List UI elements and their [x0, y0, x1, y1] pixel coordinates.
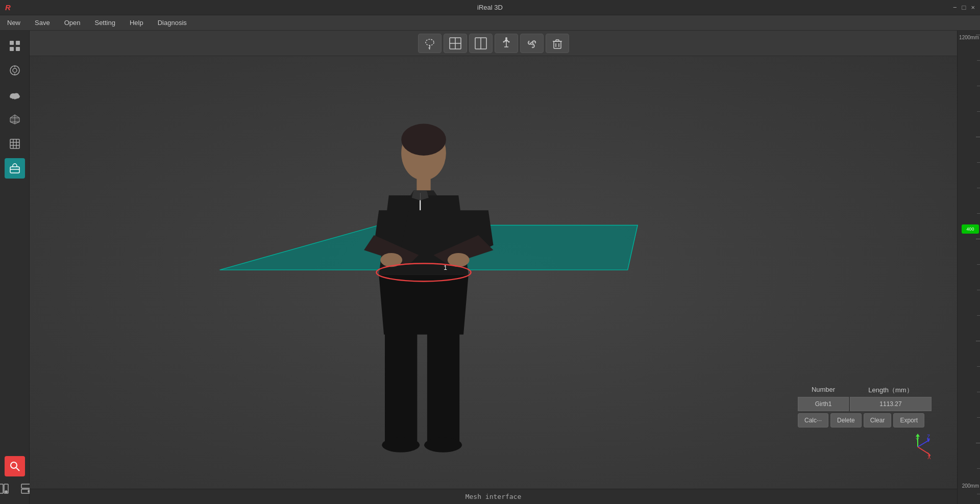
svg-rect-29 [0, 484, 3, 493]
sidebar-icon-grid[interactable] [5, 36, 25, 56]
menu-item-help[interactable]: Help [128, 18, 145, 28]
right-ruler: 1200mm 400 200mm [957, 31, 980, 504]
svg-point-5 [13, 68, 17, 72]
menu-item-open[interactable]: Open [62, 18, 83, 28]
delete-meas-button[interactable]: Delete [830, 413, 862, 427]
marker-button[interactable] [495, 34, 518, 53]
svg-point-13 [15, 98, 16, 99]
export-button[interactable]: Export [893, 413, 924, 427]
svg-marker-79 [916, 434, 920, 437]
svg-text:X: X [927, 455, 931, 460]
app-title: iReal 3D [477, 4, 503, 11]
length-column-header: Length（mm） [850, 386, 932, 395]
svg-rect-49 [554, 41, 561, 48]
axis-svg: Y Z X [903, 433, 932, 461]
svg-point-48 [531, 42, 533, 44]
svg-point-47 [508, 41, 509, 42]
svg-text:Y: Y [916, 437, 919, 443]
girth-number-cell: Girth1 [798, 397, 849, 411]
svg-point-46 [503, 41, 504, 42]
sidebar-icon-cloud[interactable] [5, 85, 25, 105]
ruler-bottom-label: 200mm [962, 483, 979, 489]
menu-item-save[interactable]: Save [33, 18, 52, 28]
svg-text:Z: Z [927, 434, 930, 440]
svg-line-81 [918, 440, 929, 447]
svg-line-84 [918, 447, 929, 454]
minimize-button[interactable]: − [953, 4, 957, 11]
axis-widget: Y Z X [903, 433, 932, 461]
svg-point-11 [10, 97, 11, 98]
status-text: Mesh interface [465, 493, 522, 500]
ruler-slider-handle[interactable]: 400 [962, 224, 979, 234]
prop-button[interactable] [520, 34, 544, 53]
svg-rect-25 [10, 167, 19, 173]
svg-point-10 [14, 93, 19, 97]
app-logo: R [5, 3, 11, 12]
center-area: 1 Number Length（mm） Girth1 1113.27 Calc·… [30, 31, 957, 504]
close-button[interactable]: × [971, 4, 975, 11]
svg-rect-1 [16, 41, 20, 45]
slider-value: 400 [966, 226, 974, 232]
svg-point-15 [14, 98, 15, 99]
left-bottom-tools [0, 456, 29, 504]
menu-item-setting[interactable]: Setting [92, 18, 117, 28]
measurement-row: Girth1 1113.27 [798, 397, 932, 411]
measurement-buttons-row: Calc··· Delete Clear Export [798, 413, 932, 427]
menu-item-diagnosis[interactable]: Diagnosis [156, 18, 189, 28]
svg-rect-20 [10, 139, 19, 148]
svg-point-12 [12, 98, 13, 99]
svg-rect-0 [10, 41, 14, 45]
calc-button[interactable]: Calc··· [798, 413, 828, 427]
lasso-select-button[interactable] [418, 34, 442, 53]
svg-line-28 [16, 468, 19, 471]
svg-rect-2 [10, 47, 14, 51]
measurements-header-row: Number Length（mm） [798, 386, 932, 395]
search-tool-button[interactable] [5, 456, 25, 476]
grid4-button[interactable] [444, 34, 467, 53]
svg-rect-32 [21, 484, 31, 488]
measurements-panel: Number Length（mm） Girth1 1113.27 Calc···… [798, 386, 932, 427]
girth-length-cell: 1113.27 [850, 397, 932, 411]
window-controls: − □ × [953, 4, 975, 11]
left-sidebar [0, 31, 30, 504]
svg-point-45 [505, 37, 507, 39]
top-toolbar [30, 31, 957, 56]
number-column-header: Number [798, 386, 849, 395]
maximize-button[interactable]: □ [962, 4, 966, 11]
svg-point-14 [17, 97, 19, 98]
statusbar: Mesh interface [30, 489, 957, 504]
grid2-button[interactable] [469, 34, 493, 53]
sidebar-icon-table[interactable] [5, 134, 25, 154]
svg-rect-3 [16, 47, 20, 51]
menubar: NewSaveOpenSettingHelpDiagnosis [0, 15, 980, 31]
menu-item-new[interactable]: New [5, 18, 22, 28]
viewport[interactable]: 1 Number Length（mm） Girth1 1113.27 Calc·… [30, 56, 957, 489]
sidebar-icon-toolbox[interactable] [5, 158, 25, 179]
sidebar-icon-mesh[interactable] [5, 109, 25, 130]
titlebar: R iReal 3D − □ × [0, 0, 980, 15]
split-h-button[interactable] [0, 478, 14, 499]
delete-button[interactable] [546, 34, 569, 53]
svg-point-31 [5, 491, 7, 493]
svg-point-27 [11, 462, 17, 468]
clear-button[interactable]: Clear [864, 413, 892, 427]
sidebar-icon-scan[interactable] [5, 60, 25, 81]
main-layout: 1 Number Length（mm） Girth1 1113.27 Calc·… [0, 31, 980, 504]
svg-point-35 [426, 39, 434, 45]
